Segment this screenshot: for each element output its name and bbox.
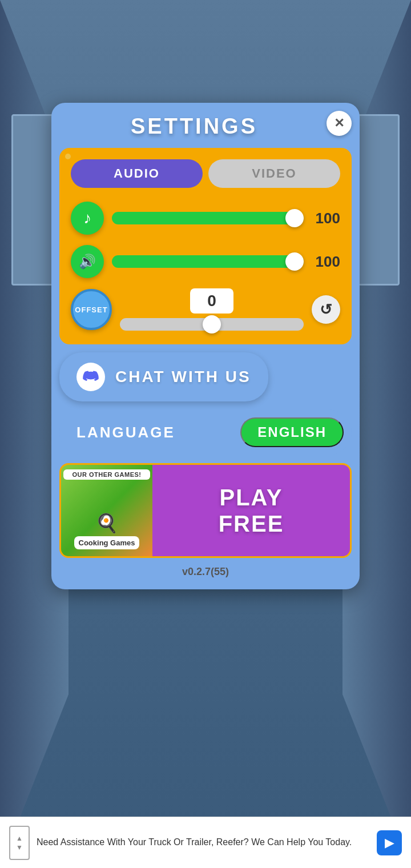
chat-label: CHAT WITH US — [115, 368, 251, 386]
tabs-container: AUDIO VIDEO — [71, 159, 340, 188]
food-emoji: 🍳 — [95, 512, 118, 534]
other-games-banner[interactable]: OUR OTHER GAMES! 🍳 Cooking Games PLAYFRE… — [59, 463, 352, 558]
ad-side-icon: ▲ ▼ — [9, 826, 30, 860]
close-button[interactable]: ✕ — [327, 111, 352, 136]
chat-with-us-button[interactable]: CHAT WITH US — [59, 352, 268, 401]
reset-icon: ↺ — [320, 301, 332, 319]
tab-video[interactable]: VIDEO — [208, 159, 340, 188]
sound-value: 100 — [312, 253, 340, 271]
offset-slider-track[interactable] — [120, 318, 304, 331]
game-thumbnail: OUR OTHER GAMES! 🍳 Cooking Games — [61, 465, 152, 556]
chevron-right-icon: ▶ — [385, 835, 394, 850]
game-thumbnail-label: Cooking Games — [74, 536, 140, 549]
settings-content: AUDIO VIDEO ♪ 100 🔊 — [59, 148, 352, 344]
offset-slider-thumb[interactable] — [203, 315, 221, 333]
offset-button[interactable]: OFFSET — [71, 289, 112, 330]
settings-dialog: SETTINGS ✕ AUDIO VIDEO ♪ 100 🔊 — [51, 103, 360, 589]
ad-arrow-up: ▲ — [16, 834, 23, 842]
offset-value-box: 0 — [190, 288, 233, 314]
ad-arrow-down: ▼ — [16, 843, 23, 851]
dialog-title: SETTINGS — [131, 114, 257, 138]
sound-slider-row: 🔊 100 — [71, 245, 340, 278]
version-text: v0.2.7(55) — [51, 566, 360, 578]
music-value: 100 — [312, 210, 340, 227]
play-free-area[interactable]: PLAYFREE — [152, 465, 350, 556]
sound-slider-track-wrap[interactable] — [112, 254, 304, 270]
sound-icon-circle: 🔊 — [71, 245, 104, 278]
music-slider-thumb[interactable] — [285, 209, 304, 227]
language-row: LANGUAGE ENGLISH — [59, 409, 352, 455]
music-icon: ♪ — [83, 209, 91, 227]
sound-slider-thumb[interactable] — [285, 252, 304, 271]
music-slider-track[interactable] — [112, 212, 304, 224]
other-games-badge: OUR OTHER GAMES! — [63, 469, 150, 480]
language-label: LANGUAGE — [76, 424, 229, 441]
sound-slider-track[interactable] — [112, 255, 304, 268]
ad-text: Need Assistance With Your Truck Or Trail… — [37, 836, 370, 849]
offset-row: OFFSET 0 ↺ — [71, 288, 340, 331]
dialog-title-bar: SETTINGS ✕ — [51, 103, 360, 148]
tab-audio[interactable]: AUDIO — [71, 159, 203, 188]
language-value-button[interactable]: ENGLISH — [240, 417, 344, 447]
reset-button[interactable]: ↺ — [312, 295, 340, 324]
bg-window-right — [354, 114, 400, 286]
music-slider-row: ♪ 100 — [71, 202, 340, 235]
svg-point-0 — [87, 376, 90, 379]
play-free-text: PLAYFREE — [219, 484, 284, 537]
music-slider-track-wrap[interactable] — [112, 210, 304, 226]
svg-point-1 — [92, 376, 95, 379]
ad-banner: ▲ ▼ Need Assistance With Your Truck Or T… — [0, 817, 411, 868]
sound-icon: 🔊 — [79, 254, 96, 270]
bg-window-left — [11, 114, 57, 286]
ad-forward-icon[interactable]: ▶ — [377, 830, 402, 855]
offset-center: 0 — [120, 288, 304, 331]
dot-indicator — [65, 154, 71, 159]
discord-svg — [82, 371, 99, 383]
discord-icon — [76, 363, 105, 391]
music-icon-circle: ♪ — [71, 202, 104, 235]
